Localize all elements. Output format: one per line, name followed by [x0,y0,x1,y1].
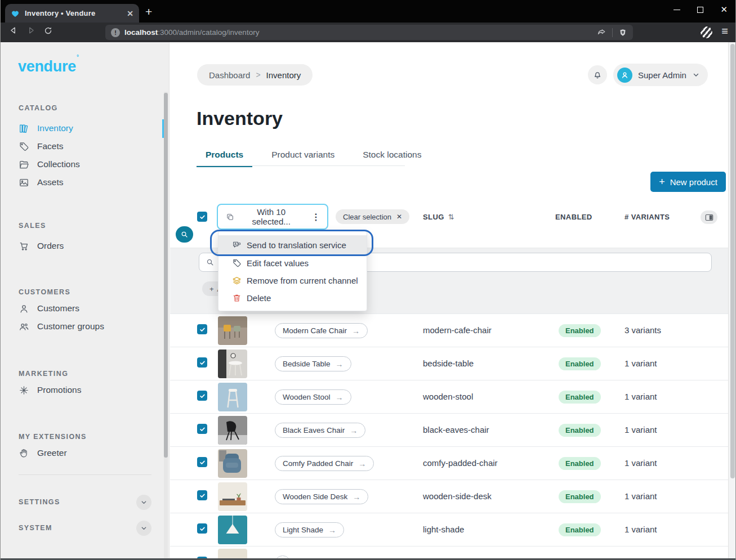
sidebar-section-system[interactable]: SYSTEM [19,520,151,536]
tab-products[interactable]: Products [197,145,252,167]
copy-icon [226,212,234,222]
product-name-link[interactable]: Modern Cafe Chair→ [275,323,368,338]
product-name-link[interactable]: Wooden Stool→ [275,389,351,405]
product-name-link[interactable]: Light Shade→ [275,522,344,537]
browser-menu-icon[interactable]: ≡ [721,25,728,38]
variant-count: 3 variants [625,325,661,335]
column-settings-button[interactable] [701,210,717,224]
site-info-icon[interactable]: ! [111,28,120,37]
product-thumbnail [218,350,247,378]
sort-icon[interactable]: ⇅ [448,213,454,221]
browser-tab[interactable]: Inventory • Vendure ✕ [5,4,139,23]
tab-close-icon[interactable]: ✕ [127,9,133,18]
row-checkbox[interactable] [197,391,207,401]
sidebar-section-settings[interactable]: SETTINGS [19,494,151,510]
product-thumbnail [218,449,247,478]
sidebar-item-greeter[interactable]: Greeter [19,447,67,459]
cart-icon [19,241,29,252]
column-header-variants[interactable]: # VARIANTS [625,213,670,221]
new-tab-button[interactable]: + [145,5,152,19]
menu-item-delete[interactable]: Delete [218,289,367,307]
table-row: Comfy Padded Chair→ comfy-padded-chair E… [170,446,728,480]
layers-icon [232,276,242,285]
select-all-checkbox[interactable] [197,212,207,222]
users-icon [19,321,29,332]
row-checkbox[interactable] [197,523,207,534]
user-menu[interactable]: Super Admin [613,64,708,86]
clear-selection-button[interactable]: Clear selection ✕ [336,209,409,224]
sidebar-item-inventory[interactable]: Inventory [19,122,73,135]
table-row: Bedside Table→ bedside-table Enabled 1 v… [170,347,728,380]
product-name-link[interactable]: Bedside Table→ [275,356,351,371]
notifications-button[interactable] [588,65,607,84]
product-name-link[interactable]: Wooden Side Desk→ [275,489,368,504]
sidebar-item-promotions[interactable]: Promotions [19,384,81,396]
sidebar-item-customer-groups[interactable]: Customer groups [19,320,104,333]
hand-icon [19,448,29,459]
sidebar-item-facets[interactable]: Facets [19,140,64,153]
column-header-slug[interactable]: SLUG⇅ [423,213,454,221]
arrow-right-icon: → [328,526,336,535]
product-name-link[interactable]: Comfy Padded Chair→ [275,456,374,471]
menu-item-remove-from-channel[interactable]: Remove from current channel [218,272,367,289]
arrow-right-icon: → [358,459,366,468]
sidebar-item-orders[interactable]: Orders [19,240,64,252]
new-product-button[interactable]: + New product [650,172,726,192]
variant-count: 1 variant [625,425,657,434]
share-icon[interactable] [597,28,606,37]
column-header-enabled[interactable]: ENABLED [555,213,592,221]
sidebar-item-customers[interactable]: Customers [19,302,79,315]
page-scrollbar[interactable] [728,42,736,558]
vendure-logo[interactable]: vendure° [18,58,78,75]
row-checkbox[interactable] [197,457,207,467]
brave-shield-icon[interactable] [618,28,627,37]
tab-stock-locations[interactable]: Stock locations [354,145,430,167]
table-row: Black Eaves Chair→ black-eaves-chair Ena… [170,413,728,446]
divider [197,165,405,166]
page-title: Inventory [197,107,283,129]
product-slug: wooden-stool [423,392,473,401]
product-name-link[interactable]: Black Eaves Chair→ [275,423,365,438]
forward-button[interactable] [26,25,36,35]
status-badge: Enabled [559,424,601,437]
reload-button[interactable] [43,26,53,35]
window-maximize-button[interactable] [697,7,703,13]
row-checkbox[interactable] [197,490,207,500]
variant-count: 1 variant [625,525,657,534]
scrollbar-thumb[interactable] [730,44,735,478]
table-row-partial [170,546,728,558]
sidebar-item-collections[interactable]: Collections [19,158,80,171]
window-minimize-button[interactable] [673,10,680,10]
chevron-down-icon[interactable] [136,495,151,510]
divider [612,28,613,37]
section-header-customers: CUSTOMERS [19,288,70,296]
section-header-catalog: CATALOG [19,104,58,112]
breadcrumb-dashboard[interactable]: Dashboard [209,70,250,80]
sidebar-scrollbar[interactable] [164,92,168,558]
arrow-right-icon: → [336,360,344,369]
browser-tab-bar: Inventory • Vendure ✕ + ✕ [1,0,735,23]
status-badge: Enabled [559,357,601,370]
tab-product-variants[interactable]: Product variants [262,145,344,167]
window-close-button[interactable]: ✕ [720,5,728,15]
browser-profile-avatar[interactable] [700,26,713,39]
status-badge: Enabled [559,490,601,503]
row-checkbox[interactable] [197,357,207,368]
arrow-right-icon: → [350,426,358,435]
sidebar-item-assets[interactable]: Assets [19,176,64,189]
image-icon [19,177,29,188]
plus-icon: + [209,285,214,293]
row-checkbox[interactable] [197,324,207,334]
search-toggle-button[interactable] [176,226,193,243]
columns-icon [705,214,713,221]
chevron-down-icon[interactable] [136,521,151,536]
menu-item-edit-facet-values[interactable]: Edit facet values [218,254,367,272]
table-row: Modern Cafe Chair→ modern-cafe-chair Ena… [170,313,728,347]
status-badge: Enabled [559,324,601,337]
user-avatar [617,68,632,83]
back-button[interactable] [8,25,19,35]
url-bar[interactable]: ! localhost:3000/admin/catalog/inventory [105,25,633,40]
with-selected-button[interactable]: With 10 selected... ⋮ [217,204,328,230]
row-checkbox[interactable] [197,424,207,434]
menu-item-send-to-translation[interactable]: Send to translation service [218,235,367,254]
